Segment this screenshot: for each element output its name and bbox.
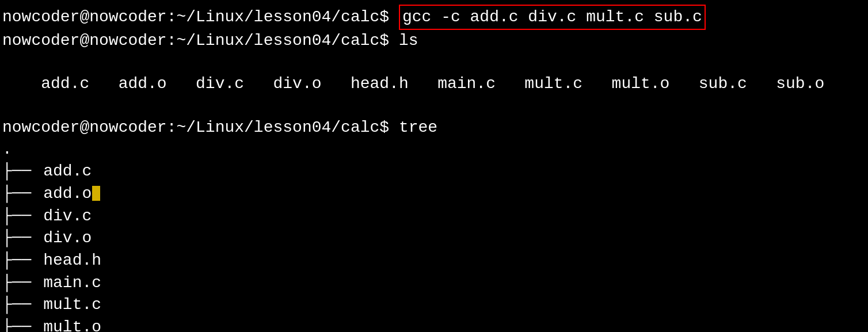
tree-root-line: . [0, 139, 868, 161]
tree-root-dot: . [2, 139, 12, 161]
tree-branch-icon-6: ├── [2, 272, 41, 295]
tree-file-name-7: mult.c [43, 294, 101, 316]
tree-file-mult-c: ├── mult.c [0, 294, 868, 316]
tree-file-head-h: ├── head.h [0, 250, 868, 272]
tree-file-name-3: div.c [43, 205, 92, 228]
prompt-2: nowcoder@nowcoder:~/Linux/lesson04/calc$ [2, 30, 389, 52]
tree-branch-icon-1: ├── [2, 161, 41, 183]
prompt-1: nowcoder@nowcoder:~/Linux/lesson04/calc$ [2, 6, 389, 28]
tree-file-div-c: ├── div.c [0, 205, 868, 228]
tree-file-mult-o: ├── mult.o [0, 316, 868, 332]
tree-file-name-1: add.c [43, 161, 92, 183]
tree-branch-icon-7: ├── [2, 294, 41, 316]
tree-branch-icon-5: ├── [2, 250, 41, 272]
tree-file-name-6: main.c [43, 272, 101, 295]
tree-command-line: nowcoder@nowcoder:~/Linux/lesson04/calc$… [0, 117, 868, 139]
tree-file-div-o: ├── div.o [0, 227, 868, 250]
gcc-command-line: nowcoder@nowcoder:~/Linux/lesson04/calc$… [0, 5, 868, 30]
ls-output: add.c add.o div.c div.o head.h main.c mu… [0, 52, 868, 117]
prompt-3: nowcoder@nowcoder:~/Linux/lesson04/calc$ [2, 117, 389, 139]
tree-file-add-c: ├── add.c [0, 161, 868, 183]
ls-command-line: nowcoder@nowcoder:~/Linux/lesson04/calc$… [0, 30, 868, 52]
tree-branch-icon-3: ├── [2, 205, 41, 228]
gcc-command: gcc -c add.c div.c mult.c sub.c [399, 5, 706, 30]
tree-file-name-5: head.h [43, 250, 101, 272]
text-cursor [92, 186, 100, 201]
tree-file-main-c: ├── main.c [0, 272, 868, 295]
tree-file-add-o: ├── add.o [0, 183, 868, 205]
tree-file-name-8: mult.o [43, 316, 101, 332]
ls-command: ls [399, 30, 418, 52]
terminal: nowcoder@nowcoder:~/Linux/lesson04/calc$… [0, 0, 868, 332]
tree-branch-icon-2: ├── [2, 183, 41, 205]
tree-command: tree [399, 117, 437, 139]
tree-file-name-4: div.o [43, 227, 92, 250]
tree-branch-icon-8: ├── [2, 316, 41, 332]
tree-file-name-2: add.o [43, 183, 92, 205]
ls-output-text: add.c add.o div.c div.o head.h main.c mu… [41, 75, 824, 93]
tree-branch-icon-4: ├── [2, 227, 41, 250]
